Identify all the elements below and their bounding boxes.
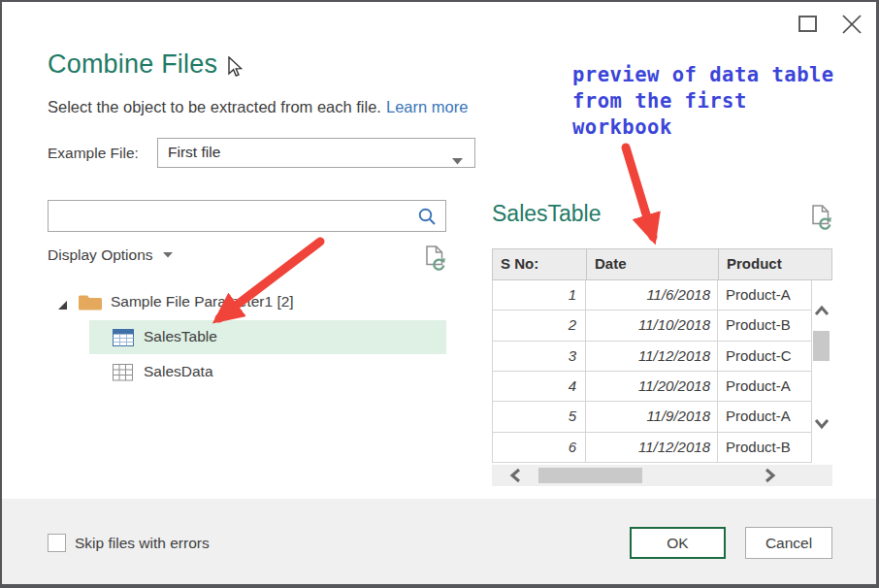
tree-item-label: SalesTable xyxy=(144,328,217,345)
cell-product: Product-B xyxy=(718,433,812,463)
annotation-line: workbook xyxy=(572,114,873,141)
cell-product: Product-A xyxy=(718,280,812,310)
cell-date: 11/9/2018 xyxy=(586,402,718,432)
cancel-button[interactable]: Cancel xyxy=(745,527,832,559)
maximize-icon[interactable] xyxy=(798,16,817,32)
cell-sno: 4 xyxy=(493,372,586,402)
cell-date: 11/12/2018 xyxy=(586,342,718,372)
chevron-down-icon xyxy=(452,151,463,169)
cell-sno: 2 xyxy=(493,310,586,341)
refresh-preview-icon[interactable] xyxy=(809,204,833,236)
cell-date: 11/12/2018 xyxy=(586,433,718,463)
example-file-value: First file xyxy=(168,144,220,161)
cell-product: Product-C xyxy=(718,342,812,372)
search-icon[interactable] xyxy=(417,207,438,231)
cell-sno: 6 xyxy=(493,433,586,463)
table-row: 6 11/12/2018 Product-B xyxy=(493,433,812,463)
cell-product: Product-B xyxy=(718,310,812,341)
close-icon[interactable] xyxy=(840,13,863,36)
page-title: Combine Files xyxy=(48,49,217,80)
preview-table: S No: Date Product 1 11/6/2018 Product-A… xyxy=(492,248,832,463)
skip-files-label: Skip files with errors xyxy=(75,535,210,552)
cell-sno: 1 xyxy=(493,280,586,310)
dialog-subtitle: Select the object to be extracted from e… xyxy=(48,98,468,116)
skip-files-checkbox[interactable] xyxy=(48,534,66,552)
cell-date: 11/10/2018 xyxy=(586,310,718,341)
column-header: S No: xyxy=(493,249,587,279)
table-row: 4 11/20/2018 Product-A xyxy=(493,372,812,402)
preview-title: SalesTable xyxy=(492,201,602,227)
sheet-icon xyxy=(113,364,133,385)
tree-item-salesdata[interactable]: SalesData xyxy=(89,357,446,388)
column-header: Date xyxy=(587,249,719,279)
chevron-down-icon xyxy=(163,252,173,258)
horizontal-scrollbar-thumb[interactable] xyxy=(538,468,642,483)
cell-sno: 3 xyxy=(493,342,586,372)
mouse-cursor-icon xyxy=(228,56,249,83)
annotation-line: from the first xyxy=(572,88,873,114)
refresh-icon[interactable] xyxy=(423,245,447,277)
tree-root-label: Sample File Parameter1 [2] xyxy=(111,293,294,310)
subtitle-text: Select the object to be extracted from e… xyxy=(48,98,381,115)
table-row: 5 11/9/2018 Product-A xyxy=(493,402,812,432)
scroll-down-icon[interactable] xyxy=(814,416,830,434)
tree-item-label: SalesData xyxy=(144,363,213,380)
combine-files-dialog: Combine Files Select the object to be ex… xyxy=(0,0,879,588)
example-file-dropdown[interactable]: First file xyxy=(157,138,475,168)
cell-date: 11/6/2018 xyxy=(586,280,718,310)
cell-sno: 5 xyxy=(493,402,586,432)
display-options-dropdown[interactable]: Display Options xyxy=(48,246,173,264)
cell-product: Product-A xyxy=(718,372,812,402)
cell-date: 11/20/2018 xyxy=(586,372,718,402)
preview-table-header: S No: Date Product xyxy=(492,248,832,280)
vertical-scrollbar-thumb[interactable] xyxy=(813,331,830,361)
dialog-footer: Skip files with errors OK Cancel xyxy=(2,499,876,586)
scroll-up-icon[interactable] xyxy=(814,303,830,320)
scroll-left-icon[interactable] xyxy=(509,468,521,487)
tree-item-salestable[interactable]: SalesTable xyxy=(89,320,446,354)
scroll-right-icon[interactable] xyxy=(765,468,776,487)
column-header: Product xyxy=(719,249,830,279)
learn-more-link[interactable]: Learn more xyxy=(386,98,468,115)
example-file-label: Example File: xyxy=(48,145,139,162)
preview-table-body: 1 11/6/2018 Product-A 2 11/10/2018 Produ… xyxy=(492,280,812,463)
ok-button[interactable]: OK xyxy=(630,527,726,559)
tree-root-row[interactable]: Sample File Parameter1 [2] xyxy=(48,287,446,319)
horizontal-scrollbar xyxy=(492,465,832,486)
table-row: 2 11/10/2018 Product-B xyxy=(493,310,812,341)
display-options-label: Display Options xyxy=(48,246,153,263)
folder-icon xyxy=(78,293,103,315)
table-row: 3 11/12/2018 Product-C xyxy=(493,342,812,372)
table-row: 1 11/6/2018 Product-A xyxy=(493,280,812,310)
red-arrow-right xyxy=(626,147,653,237)
search-input[interactable] xyxy=(56,203,415,229)
search-box xyxy=(48,200,446,232)
table-icon xyxy=(113,329,134,350)
annotation-line: preview of data table xyxy=(572,62,873,88)
annotation-note: preview of data table from the first wor… xyxy=(572,62,873,141)
cell-product: Product-A xyxy=(718,402,812,432)
tree-expander-icon[interactable] xyxy=(57,297,68,314)
